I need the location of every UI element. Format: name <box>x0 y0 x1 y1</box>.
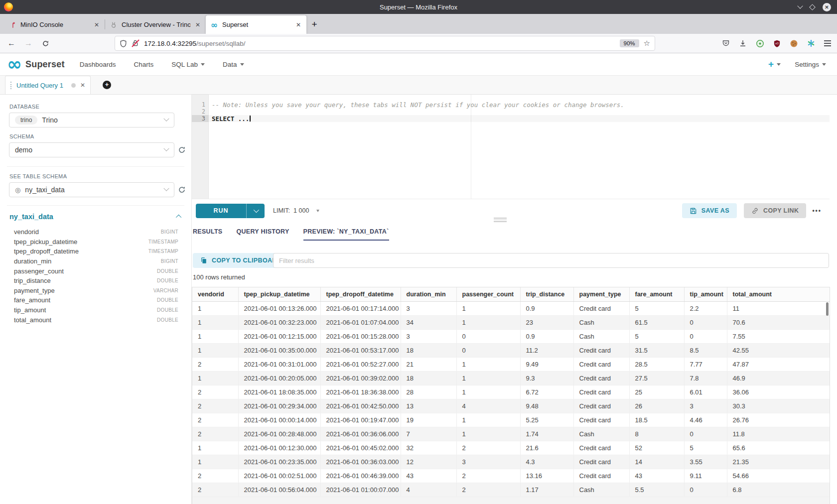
window-close-icon[interactable]: ✕ <box>823 3 831 11</box>
cell-duration-min: 18 <box>401 343 456 357</box>
reload-icon[interactable] <box>39 40 52 47</box>
add-new-button[interactable]: + <box>768 59 781 70</box>
cell-trip-distance: 5.25 <box>520 413 573 427</box>
tab-close-icon[interactable]: ✕ <box>93 21 100 28</box>
extension-icon[interactable] <box>756 39 764 48</box>
window-controls: ✕ <box>798 0 831 14</box>
cell-pickup-datetime: 2021-06-01 00:00:14.000 <box>238 413 320 427</box>
cell-pickup-datetime: 2021-06-01 00:23:35.000 <box>238 455 320 469</box>
table-schema-header[interactable]: ny_taxi_data <box>9 213 181 221</box>
caret-down-icon <box>240 63 244 66</box>
column-header[interactable]: trip_distance <box>520 287 573 301</box>
more-options-icon[interactable]: ••• <box>812 207 822 214</box>
limit-dropdown[interactable]: LIMIT: 1 000 <box>273 207 319 214</box>
cell-passenger-count: 1 <box>456 371 520 385</box>
column-header[interactable]: passenger_count <box>456 287 520 301</box>
column-header[interactable]: vendorid <box>192 287 238 301</box>
query-tab-untitled[interactable]: Untitled Query 1 ✕ <box>5 76 91 94</box>
chevron-up-icon[interactable] <box>176 215 181 220</box>
table-scrollbar-thumb[interactable] <box>826 302 829 316</box>
tab-preview[interactable]: PREVIEW: `NY_TAXI_DATA` <box>303 228 389 241</box>
column-header[interactable]: duration_min <box>401 287 456 301</box>
schema-refresh-icon[interactable] <box>178 146 186 154</box>
column-name: total_amount <box>14 316 157 324</box>
cell-fare-amount: 43 <box>629 469 684 483</box>
cell-tip-amount: 8.5 <box>684 343 727 357</box>
settings-menu[interactable]: Settings <box>795 61 826 68</box>
nav-item-dashboards[interactable]: Dashboards <box>80 61 116 68</box>
cell-dropoff-datetime: 2021-06-01 00:52:27.000 <box>320 357 401 371</box>
nav-item-sql-lab[interactable]: SQL Lab <box>171 61 205 68</box>
table-schema-select[interactable]: ◎ ny_taxi_data <box>9 182 174 197</box>
cell-duration-min: 7 <box>401 427 456 441</box>
tab-results[interactable]: RESULTS <box>193 228 223 241</box>
cell-payment-type: Credit card <box>573 441 629 455</box>
insecure-lock-icon[interactable] <box>132 39 140 47</box>
new-tab-icon[interactable]: + <box>306 16 322 32</box>
forward-icon[interactable]: → <box>22 39 35 48</box>
cell-total-amount: 46.9 <box>727 371 830 385</box>
back-icon[interactable]: ← <box>5 39 18 48</box>
column-header[interactable]: tpep_dropoff_datetime <box>320 287 401 301</box>
new-query-tab-icon[interactable]: + <box>103 81 111 89</box>
database-engine-badge: trino <box>15 116 37 125</box>
save-as-button[interactable]: SAVE AS <box>682 203 737 218</box>
drag-dots-icon[interactable] <box>10 82 12 89</box>
database-select[interactable]: trino Trino <box>9 113 174 127</box>
copy-link-button[interactable]: COPY LINK <box>744 203 806 218</box>
column-header[interactable]: fare_amount <box>629 287 684 301</box>
tab-query-history[interactable]: QUERY HISTORY <box>237 228 289 241</box>
cell-fare-amount: 27.5 <box>629 371 684 385</box>
caret-down-icon <box>201 63 205 66</box>
cell-pickup-datetime: 2021-06-01 00:12:15.000 <box>238 329 320 343</box>
editor-toolbar: RUN LIMIT: 1 000 SAVE AS COPY LINK ••• <box>192 200 830 221</box>
cell-trip-distance: 9.3 <box>520 371 573 385</box>
cell-total-amount: 11.8 <box>727 427 830 441</box>
sql-editor[interactable]: 1 -- Note: Unless you save your query, t… <box>192 95 830 199</box>
query-tab-close-icon[interactable]: ✕ <box>80 82 85 89</box>
run-button[interactable]: RUN <box>196 207 246 214</box>
cell-payment-type: Credit card <box>573 301 629 315</box>
window-maximize-icon[interactable] <box>809 4 816 10</box>
bookmark-star-icon[interactable]: ☆ <box>644 39 650 48</box>
tab-close-icon[interactable]: ✕ <box>295 21 302 28</box>
cell-dropoff-datetime: 2021-06-01 01:00:07.000 <box>320 483 401 497</box>
browser-tab-minio[interactable]: MinIO Console ✕ <box>4 15 105 34</box>
run-options-button[interactable] <box>247 209 265 213</box>
table-column-row: trip_distance DOUBLE <box>14 276 178 286</box>
tracking-shield-icon[interactable] <box>120 40 127 47</box>
download-icon[interactable] <box>739 39 747 47</box>
table-refresh-icon[interactable] <box>178 186 186 194</box>
browser-tab-trino[interactable]: Cluster Overview - Trino ✕ <box>105 15 206 34</box>
schema-select[interactable]: demo <box>9 142 174 157</box>
column-header[interactable]: tip_amount <box>684 287 727 301</box>
cell-fare-amount: 31.5 <box>629 343 684 357</box>
containers-icon[interactable] <box>807 39 815 47</box>
window-chevron-down-icon[interactable] <box>797 3 803 8</box>
column-header[interactable]: total_amount <box>727 287 830 301</box>
ublock-icon[interactable]: uO <box>773 40 781 47</box>
url-bar[interactable]: 172.18.0.4:32295/superset/sqllab/ 90% ☆ <box>115 36 655 51</box>
cell-dropoff-datetime: 2021-06-01 01:07:04.000 <box>320 315 401 329</box>
cell-vendorid: 1 <box>192 315 238 329</box>
cell-dropoff-datetime: 2021-06-01 00:36:06.000 <box>320 427 401 441</box>
zoom-level-badge[interactable]: 90% <box>620 39 639 47</box>
menu-icon[interactable] <box>824 40 831 46</box>
nav-item-data[interactable]: Data <box>223 61 244 68</box>
cell-payment-type: Credit card <box>573 385 629 399</box>
resize-handle-icon[interactable] <box>494 218 507 222</box>
cookie-icon[interactable] <box>790 39 798 48</box>
cell-pickup-datetime: 2021-06-01 00:56:04.000 <box>238 483 320 497</box>
firefox-logo-icon <box>4 2 13 11</box>
filter-results-input[interactable] <box>273 253 829 268</box>
column-header[interactable]: tpep_pickup_datetime <box>238 287 320 301</box>
cell-trip-distance: 21.6 <box>520 441 573 455</box>
chevron-down-icon <box>163 186 169 191</box>
pocket-icon[interactable] <box>722 39 730 47</box>
browser-tab-superset[interactable]: ∞ Superset ✕ <box>206 15 306 34</box>
tab-close-icon[interactable]: ✕ <box>194 21 201 28</box>
superset-logo[interactable]: ∞ Superset <box>7 58 65 70</box>
cell-trip-distance: 13.16 <box>520 469 573 483</box>
nav-item-charts[interactable]: Charts <box>134 61 153 68</box>
column-header[interactable]: payment_type <box>573 287 629 301</box>
